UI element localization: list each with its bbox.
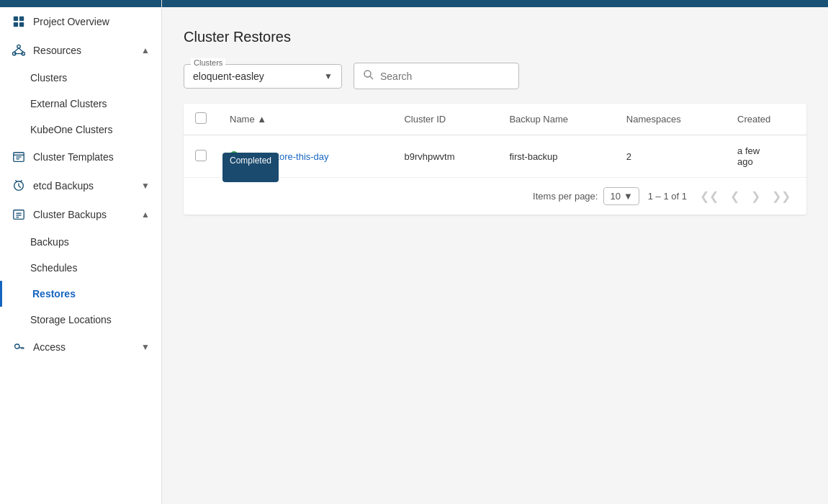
key-icon: [12, 340, 26, 354]
search-box[interactable]: [354, 63, 519, 89]
resources-icon: [12, 43, 26, 58]
row-checkbox[interactable]: [195, 150, 207, 161]
sidebar-item-etcd-backups[interactable]: etcd Backups ▼: [0, 171, 161, 200]
sidebar-item-project-overview-label: Project Overview: [33, 16, 109, 27]
sidebar-item-kubeone-clusters[interactable]: KubeOne Clusters: [0, 117, 161, 143]
sidebar-resources-label: Resources: [33, 45, 81, 56]
sidebar-etcd-label: etcd Backups: [33, 180, 94, 192]
page-nav: ❮❮ ❮ ❯ ❯❯: [696, 186, 795, 206]
main-top-bar: [162, 0, 828, 7]
restores-table: Name ▲ Cluster ID Backup Name Namespaces…: [184, 104, 806, 215]
page-title: Cluster Restores: [184, 29, 806, 45]
sidebar-top-bar: [0, 0, 161, 7]
filters-row: Clusters eloquent-easley ▼: [184, 63, 806, 89]
table-header-name[interactable]: Name ▲: [218, 104, 392, 135]
sidebar-schedules-label: Schedules: [30, 262, 77, 274]
svg-rect-17: [14, 210, 24, 220]
svg-line-15: [16, 180, 17, 181]
sidebar-item-cluster-backups[interactable]: Cluster Backups ▲: [0, 200, 161, 229]
grid-icon: [12, 14, 26, 29]
sidebar-restores-label: Restores: [32, 288, 76, 300]
first-page-button[interactable]: ❮❮: [696, 186, 723, 206]
search-icon: [363, 69, 374, 83]
row-backup-name: first-backup: [498, 135, 614, 178]
cluster-dropdown[interactable]: eloquent-easley ▼: [184, 64, 342, 89]
templates-icon: [12, 150, 26, 164]
backups-icon: [12, 207, 26, 222]
sidebar-item-schedules[interactable]: Schedules: [0, 255, 161, 281]
sidebar-item-restores[interactable]: Restores: [0, 281, 161, 307]
sidebar-item-external-clusters[interactable]: External Clusters: [0, 91, 161, 117]
svg-point-25: [364, 71, 371, 77]
main-content: Cluster Restores Clusters eloquent-easle…: [162, 0, 828, 504]
sidebar-item-cluster-templates[interactable]: Cluster Templates: [0, 143, 161, 171]
sidebar-item-storage-locations[interactable]: Storage Locations: [0, 307, 161, 333]
svg-rect-0: [14, 17, 18, 21]
sidebar-kubeone-clusters-label: KubeOne Clusters: [30, 124, 112, 135]
table-header-created: Created: [726, 104, 806, 135]
access-chevron: ▼: [141, 342, 150, 352]
svg-line-26: [370, 76, 373, 79]
per-page-select[interactable]: 10 ▼: [603, 187, 639, 205]
svg-line-16: [21, 180, 22, 181]
svg-rect-2: [14, 22, 18, 27]
row-created: a few ago: [726, 135, 806, 178]
sidebar-cluster-templates-label: Cluster Templates: [33, 151, 114, 163]
cluster-dropdown-wrapper: Clusters eloquent-easley ▼: [184, 64, 342, 89]
items-per-page: Items per page: 10 ▼: [533, 187, 639, 205]
sidebar-clusters-label: Clusters: [30, 72, 67, 84]
svg-rect-1: [19, 17, 24, 21]
next-page-button[interactable]: ❯: [747, 186, 765, 206]
cluster-backups-chevron: ▲: [141, 210, 150, 220]
svg-line-7: [14, 48, 19, 52]
table-header-namespaces: Namespaces: [615, 104, 726, 135]
items-per-page-label: Items per page:: [533, 191, 598, 202]
cluster-dropdown-chevron-icon: ▼: [324, 71, 333, 81]
prev-page-button[interactable]: ❮: [726, 186, 744, 206]
table-header-backup-name: Backup Name: [498, 104, 614, 135]
per-page-value: 10: [610, 191, 620, 202]
row-checkbox-cell: [184, 135, 218, 178]
sidebar-external-clusters-label: External Clusters: [30, 98, 107, 109]
content-area: Cluster Restores Clusters eloquent-easle…: [162, 7, 828, 504]
row-cluster-id: b9rvhpwvtm: [392, 135, 498, 178]
page-info: 1 – 1 of 1: [648, 191, 687, 202]
row-namespaces: 2: [615, 135, 726, 178]
svg-line-8: [19, 48, 23, 52]
last-page-button[interactable]: ❯❯: [768, 186, 795, 206]
table-header-cluster-id: Cluster ID: [392, 104, 498, 135]
etcd-icon: [12, 179, 26, 193]
sidebar: Project Overview Resources ▲ Clusters Ex…: [0, 0, 162, 504]
table-header-checkbox: [184, 104, 218, 135]
sidebar-cluster-backups-label: Cluster Backups: [33, 209, 107, 220]
sidebar-item-access[interactable]: Access ▼: [0, 333, 161, 361]
sidebar-item-clusters[interactable]: Clusters: [0, 65, 161, 91]
select-all-checkbox[interactable]: [195, 112, 207, 124]
svg-point-21: [15, 344, 19, 348]
sidebar-backups-label: Backups: [30, 236, 69, 248]
table-row: Completed first-restore-this-day b9rvhpw…: [184, 135, 806, 178]
sort-icon: ▲: [257, 114, 266, 125]
sidebar-access-label: Access: [33, 341, 66, 353]
per-page-chevron-icon: ▼: [624, 191, 633, 202]
search-input[interactable]: [380, 71, 510, 82]
sidebar-storage-locations-label: Storage Locations: [30, 314, 112, 325]
pagination-row: Items per page: 10 ▼ 1 – 1 of 1 ❮❮ ❮ ❯ ❯…: [184, 177, 806, 215]
svg-rect-3: [19, 22, 24, 27]
status-tooltip: Completed: [222, 153, 279, 182]
sidebar-item-resources[interactable]: Resources ▲: [0, 36, 161, 65]
cluster-selected-value: eloquent-easley: [193, 71, 264, 82]
sidebar-item-backups[interactable]: Backups: [0, 229, 161, 255]
row-name-cell: Completed first-restore-this-day: [218, 135, 392, 178]
sidebar-item-project-overview[interactable]: Project Overview: [0, 7, 161, 36]
resources-chevron: ▲: [141, 45, 150, 55]
clusters-label: Clusters: [191, 58, 225, 67]
etcd-chevron: ▼: [141, 181, 150, 191]
svg-point-4: [17, 45, 21, 48]
name-cell-container: Completed first-restore-this-day: [230, 151, 381, 162]
